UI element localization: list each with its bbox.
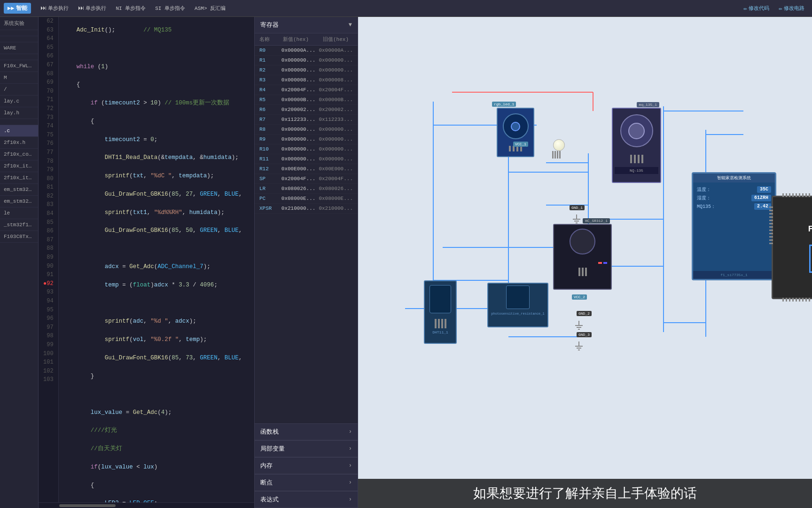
expressions-section[interactable]: 表达式 › <box>255 491 358 508</box>
dht11-body <box>429 285 451 313</box>
sidebar-item-10[interactable] <box>0 119 38 125</box>
reg-row-r11[interactable]: R11 0x000000... 0x000000... <box>255 154 358 164</box>
sidebar-item-f10xh[interactable]: 2f10x.h <box>0 137 38 149</box>
reg-row-lr[interactable]: LR 0x080026... 0x080026... <box>255 184 358 194</box>
gnd2-symbol <box>574 321 584 333</box>
reg-row-r7[interactable]: R7 0x112233... 0x112233... <box>255 115 358 125</box>
col-old: 旧值(hex) <box>323 36 353 43</box>
sidebar-item-f10xconf[interactable]: 2f10x_conf.h <box>0 149 38 160</box>
reg-row-xpsr[interactable]: XPSR 0x210000... 0x210000... <box>255 204 358 214</box>
func-stack-section[interactable]: 函数栈 › <box>255 423 358 440</box>
toolbar-right: ✏ 修改代码 ✏ 修改电路 <box>740 3 808 14</box>
sidebar-item-flash[interactable]: F103C8Tx_FLA <box>0 231 38 243</box>
chip-pins-bottom <box>782 298 812 302</box>
reg-row-r9[interactable]: R9 0x000000... 0x000000... <box>255 135 358 144</box>
si-step-btn[interactable]: SI 单步指令 <box>151 3 189 13</box>
sidebar-item-dotc[interactable]: .c <box>0 125 38 137</box>
reg-row-r10[interactable]: R10 0x000000... 0x000000... <box>255 144 358 154</box>
lcd-display: 智能家居检测系统 温度： 35C 湿度： 61ZRH MQ135： 2.42 f… <box>692 172 776 280</box>
led-pins <box>552 151 561 159</box>
chip-logo-box: ST <box>809 245 812 273</box>
single-step-btn-1[interactable]: ⏭ 单步执行 <box>37 3 72 13</box>
lcd-footer: f1_si7735x_1 <box>693 271 775 279</box>
horizontal-scrollbar[interactable] <box>39 502 254 508</box>
sidebar-item-m[interactable]: M <box>0 72 38 84</box>
mq135-board: NQ-135 <box>615 167 658 174</box>
modify-code-btn[interactable]: ✏ 修改代码 <box>740 3 773 14</box>
mq135-pins <box>613 153 660 165</box>
photores-component: photosensitive_resistance_1 <box>487 283 548 327</box>
single-step-btn-2[interactable]: ⏭ 单步执行 <box>74 3 110 13</box>
sidebar-item-0[interactable]: 系统实验 <box>0 17 38 30</box>
blue-sensor-module <box>497 108 534 157</box>
sidebar-item-layh[interactable]: lay.h <box>0 107 38 119</box>
toolbar: ▶▶ 智能 ⏭ 单步执行 ⏭ 单步执行 NI 单步指令 SI 单步指令 ASM>… <box>0 0 812 17</box>
mq135-component: mq_135_1 NQ-135 <box>612 108 661 183</box>
sidebar-item-stm32xl[interactable]: _stm32f103xl <box>0 219 38 231</box>
local-vars-section[interactable]: 局部变量 › <box>255 440 358 457</box>
reg-row-pc[interactable]: PC 0x08000E... 0x08000E... <box>255 194 358 204</box>
reg-row-r0[interactable]: R0 0x00000A... 0x00000A... <box>255 46 358 56</box>
subtitle-bar: 如果想要进行了解并亲自上手体验的话 <box>358 479 812 508</box>
step-icon-2: ⏭ <box>78 5 84 12</box>
asm-btn[interactable]: ASM> 反汇编 <box>191 3 229 13</box>
line-numbers: 62 63 64 65 66 67 68 69 70 71 72 73 74 7… <box>39 17 59 502</box>
sensor-inner <box>511 122 520 131</box>
register-panel-header[interactable]: 寄存器 ▼ <box>255 17 358 33</box>
vcc1-label: VCC_1 <box>513 142 528 147</box>
sensor-circle <box>503 113 529 139</box>
code-editor: 62 63 64 65 66 67 68 69 70 71 72 73 74 7… <box>39 17 255 508</box>
sidebar-item-le[interactable]: le <box>0 207 38 219</box>
hcsr312-label: HC_SR312_1 <box>583 218 610 223</box>
gnd3-label: GND_3 <box>577 332 592 337</box>
sidebar-item-layc[interactable]: lay.c <box>0 95 38 107</box>
reg-row-r2[interactable]: R2 0x000000... 0x000000... <box>255 65 358 75</box>
register-rows: R0 0x00000A... 0x00000A... R1 0x000000..… <box>255 46 358 423</box>
reg-row-r6[interactable]: R6 0x200002... 0x200002... <box>255 105 358 115</box>
lcd-header: 智能家居检测系统 <box>693 174 775 183</box>
photores-body <box>506 286 530 309</box>
sidebar-item-1[interactable] <box>0 30 38 36</box>
sidebar-item-em2[interactable]: em_stm32f10x <box>0 196 38 207</box>
ni-step-btn[interactable]: NI 单步指令 <box>112 3 149 13</box>
rgb-led-label: rgb_led_1 <box>492 102 516 107</box>
sidebar-item-f10xith[interactable]: 2f10x_it.h <box>0 172 38 184</box>
reg-row-r12[interactable]: R12 0x00E000... 0x00E000... <box>255 164 358 174</box>
brand-icon: ▶▶ <box>8 5 14 12</box>
code-area[interactable]: 62 63 64 65 66 67 68 69 70 71 72 73 74 7… <box>39 17 254 502</box>
reg-row-r4[interactable]: R4 0x20004F... 0x20004F... <box>255 85 358 95</box>
reg-row-r5[interactable]: R5 0x00000B... 0x00000B... <box>255 95 358 105</box>
photores-label: photosensitive_resistance_1 <box>488 311 547 317</box>
hcsr312-bottom-pins <box>554 268 611 276</box>
hscroll-thumb[interactable] <box>59 504 116 507</box>
stm32-chip: STM32 F103C8 LQFP48 ST <box>772 196 812 299</box>
reg-row-sp[interactable]: SP 0x20004F... 0x20004F... <box>255 174 358 184</box>
memory-section[interactable]: 内存 › <box>255 457 358 474</box>
reg-row-r8[interactable]: R8 0x000000... 0x000000... <box>255 125 358 135</box>
reg-row-r1[interactable]: R1 0x000000... 0x000000... <box>255 56 358 65</box>
mq135-label: mq_135_1 <box>637 102 659 107</box>
modify-circuit-btn[interactable]: ✏ 修改电路 <box>775 3 808 14</box>
sidebar-item-em1[interactable]: em_stm32f10x <box>0 184 38 196</box>
lcd-temp-row: 温度： 35C <box>697 186 771 193</box>
sidebar-item-2[interactable] <box>0 36 38 42</box>
edit-circuit-icon: ✏ <box>779 5 782 12</box>
breakpoints-label: 断点 <box>260 478 273 487</box>
chip-pins-top <box>782 193 812 197</box>
expressions-label: 表达式 <box>260 495 279 504</box>
sidebar-item-4[interactable] <box>0 54 38 60</box>
sidebar-item-fwlib[interactable]: F10x_FWLib <box>0 60 38 72</box>
sidebar-item-slash[interactable]: / <box>0 84 38 95</box>
register-table-header: 名称 新值(hex) 旧值(hex) <box>255 33 358 46</box>
local-vars-label: 局部变量 <box>260 444 285 453</box>
dht11-pins <box>425 317 456 330</box>
brand-label: 智能 <box>16 4 27 12</box>
reg-row-r3[interactable]: R3 0x000008... 0x000008... <box>255 75 358 85</box>
breakpoints-section[interactable]: 断点 › <box>255 474 358 491</box>
func-stack-label: 函数栈 <box>260 428 279 436</box>
sidebar-item-f10xitc[interactable]: 2f10x_it.c <box>0 160 38 172</box>
brand-logo: ▶▶ 智能 <box>4 3 31 14</box>
func-stack-chevron: › <box>349 429 352 435</box>
col-new: 新值(hex) <box>283 36 323 43</box>
sidebar-item-ware[interactable]: WARE <box>0 42 38 54</box>
